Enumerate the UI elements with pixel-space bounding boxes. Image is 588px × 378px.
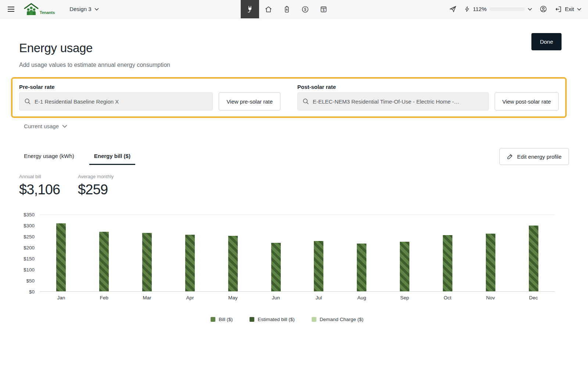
svg-text:$: $ xyxy=(322,8,324,12)
y-axis-tick-label: $200 xyxy=(24,245,35,251)
tab-energy-usage-kwh[interactable]: Energy usage (kWh) xyxy=(19,148,79,165)
x-axis-tick-label: Mar xyxy=(126,295,169,300)
bar-mar xyxy=(142,233,152,291)
send-plane-icon xyxy=(449,5,457,13)
chart-month-slot xyxy=(168,215,211,291)
y-axis-tick-label: $50 xyxy=(26,278,35,284)
view-post-solar-rate-button[interactable]: View post-solar rate xyxy=(495,92,559,111)
topbar-right: 112% Exit xyxy=(447,0,588,18)
battery-status[interactable]: 112% xyxy=(464,6,532,12)
x-axis-tick-label: Jun xyxy=(254,295,297,300)
annual-bill-stat: Annual bill $3,106 xyxy=(19,174,78,198)
average-monthly-label: Average monthly xyxy=(78,174,137,179)
x-axis-tick-label: Nov xyxy=(469,295,512,300)
rates-highlight-box: Pre-solar rate View pre-solar rate Post-… xyxy=(11,77,567,118)
x-axis-tick-label: Oct xyxy=(426,295,469,300)
view-pre-solar-rate-button[interactable]: View pre-solar rate xyxy=(219,92,280,111)
legend-swatch xyxy=(312,317,316,322)
legend-item: Estimated bill ($) xyxy=(250,317,295,322)
pricing-tool-button[interactable]: $ xyxy=(296,0,314,18)
x-axis-tick-label: Feb xyxy=(83,295,126,300)
bar-jan xyxy=(56,223,66,291)
bar-nov xyxy=(486,234,495,291)
battery-tool-button[interactable] xyxy=(277,0,296,18)
tab-energy-bill[interactable]: Energy bill ($) xyxy=(89,148,135,165)
chevron-down-icon xyxy=(94,8,99,11)
chart-month-slot xyxy=(383,215,426,291)
person-circle-icon xyxy=(539,5,547,13)
exit-label: Exit xyxy=(565,6,574,12)
chart-month-slot xyxy=(211,215,254,291)
pre-solar-rate-field[interactable] xyxy=(19,92,213,111)
chart-month-slot xyxy=(426,215,469,291)
y-axis-tick-label: $250 xyxy=(24,234,35,240)
home-tool-button[interactable] xyxy=(259,0,277,18)
electrical-plug-tool-button[interactable] xyxy=(241,0,259,18)
edit-energy-profile-label: Edit energy profile xyxy=(517,154,562,160)
bar-sep xyxy=(400,242,409,291)
legend-label: Estimated bill ($) xyxy=(258,317,295,322)
energy-bill-chart: $0$50$100$150$200$250$300$350 JanFebMarA… xyxy=(19,215,555,322)
tenants-logo[interactable]: Tenants xyxy=(24,3,55,16)
bar-may xyxy=(228,236,238,291)
chart-month-slot xyxy=(40,215,83,291)
x-axis-tick-label: Apr xyxy=(168,295,211,300)
x-axis-tick-label: Sep xyxy=(383,295,426,300)
chevron-down-icon xyxy=(62,125,67,128)
search-icon xyxy=(302,98,309,105)
chart-month-slot xyxy=(469,215,512,291)
done-button[interactable]: Done xyxy=(531,33,562,50)
pre-solar-rate-group: Pre-solar rate View pre-solar rate xyxy=(19,84,280,111)
bill-stats: Annual bill $3,106 Average monthly $259 xyxy=(19,174,569,198)
chevron-down-icon[interactable] xyxy=(528,8,532,11)
lightning-bolt-icon xyxy=(464,6,470,12)
pencil-icon xyxy=(507,154,513,160)
search-icon xyxy=(24,98,31,105)
simulate-button[interactable] xyxy=(447,3,459,15)
page-title: Energy usage xyxy=(19,41,569,55)
post-solar-rate-input[interactable] xyxy=(313,98,484,105)
bar-aug xyxy=(357,244,366,291)
page-subtitle: Add usage values to estimate annual ener… xyxy=(19,62,569,68)
annual-bill-label: Annual bill xyxy=(19,174,78,179)
current-usage-label: Current usage xyxy=(24,123,59,129)
average-monthly-stat: Average monthly $259 xyxy=(78,174,137,198)
hamburger-icon xyxy=(7,6,15,12)
help-button[interactable] xyxy=(537,3,549,15)
legend-swatch xyxy=(250,317,254,322)
topbar: Tenants Design 3 xyxy=(0,0,588,18)
chart-month-slot xyxy=(512,215,555,291)
design-selector[interactable]: Design 3 xyxy=(69,6,98,12)
rates-tool-button[interactable]: $ xyxy=(314,0,333,18)
bar-feb xyxy=(99,232,109,291)
plug-icon xyxy=(246,5,254,13)
dollar-document-icon: $ xyxy=(320,6,327,13)
current-usage-toggle[interactable]: Current usage xyxy=(24,123,67,129)
chart-legend: Bill ($)Estimated bill ($)Demand Charge … xyxy=(19,317,555,322)
svg-text:$: $ xyxy=(304,7,306,11)
post-solar-rate-field[interactable] xyxy=(297,92,489,111)
post-solar-rate-group: Post-solar rate View post-solar rate xyxy=(297,84,559,111)
bar-jul xyxy=(314,241,323,291)
energy-usage-page: Done Energy usage Add usage values to es… xyxy=(0,18,588,322)
chart-month-slot xyxy=(297,215,340,291)
x-axis-tick-label: Dec xyxy=(512,295,555,300)
exit-button[interactable]: Exit xyxy=(555,6,581,13)
tenants-label: Tenants xyxy=(40,10,55,16)
hamburger-menu-button[interactable] xyxy=(5,4,17,14)
chart-month-slot xyxy=(254,215,297,291)
chart-month-slot xyxy=(126,215,169,291)
pre-solar-rate-input[interactable] xyxy=(35,98,208,105)
bar-oct xyxy=(443,235,452,291)
y-axis-tick-label: $0 xyxy=(29,289,35,295)
edit-energy-profile-button[interactable]: Edit energy profile xyxy=(499,148,569,165)
battery-percentage: 112% xyxy=(473,6,487,12)
legend-label: Bill ($) xyxy=(219,317,233,322)
chart-y-axis: $0$50$100$150$200$250$300$350 xyxy=(19,215,40,292)
exit-door-icon xyxy=(555,6,562,13)
legend-swatch xyxy=(211,317,215,322)
pre-solar-rate-label: Pre-solar rate xyxy=(19,84,280,90)
chart-month-slot xyxy=(340,215,383,291)
usage-tabs: Energy usage (kWh) Energy bill ($) Edit … xyxy=(19,148,569,165)
topbar-left: Tenants Design 3 xyxy=(0,0,99,18)
